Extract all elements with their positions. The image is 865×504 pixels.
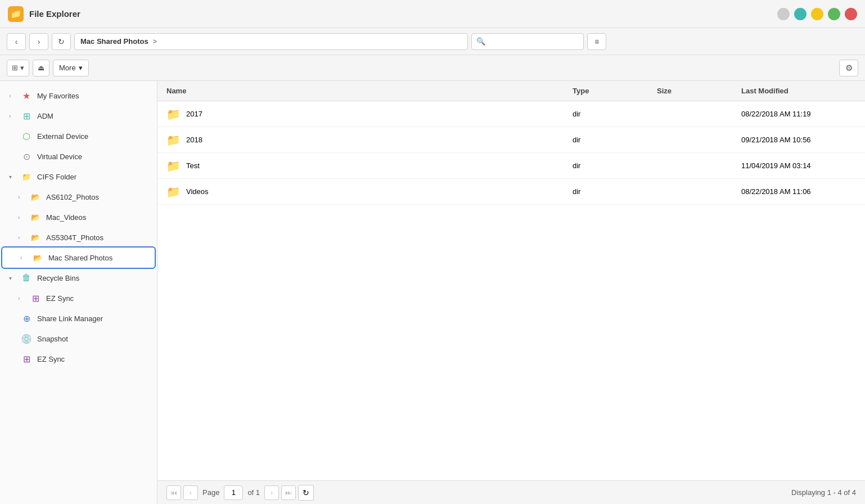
sidebar-item-cifs-folder[interactable]: ▾📁CIFS Folder [0, 166, 157, 187]
more-button[interactable]: More ▾ [53, 60, 89, 76]
page-first-button[interactable]: ⏮ [166, 485, 181, 500]
sidebar-item-recycle-bins[interactable]: ▾🗑Recycle Bins [0, 268, 157, 288]
chevron-icon: › [18, 194, 25, 200]
window-control-red[interactable] [845, 8, 857, 20]
settings-button[interactable]: ⚙ [839, 60, 858, 76]
file-type-cell: dir [573, 136, 657, 144]
sidebar-label-mac-videos: Mac_Videos [46, 213, 151, 222]
recycle-bins-icon: 🗑 [20, 272, 33, 284]
chevron-icon: ▾ [9, 275, 16, 281]
sidebar-label-adm: ADM [37, 112, 151, 120]
table-row[interactable]: 📁2017dir08/22/2018 AM 11:19 [157, 101, 865, 127]
page-number-input[interactable] [224, 485, 243, 500]
page-of-label: of 1 [247, 488, 260, 497]
chevron-icon: › [20, 255, 27, 261]
file-list: 📁2017dir08/22/2018 AM 11:19📁2018dir09/21… [157, 101, 865, 480]
cifs-folder-icon: 📁 [20, 170, 33, 183]
column-header-size[interactable]: Size [657, 87, 741, 95]
back-button[interactable]: ‹ [7, 33, 26, 50]
navigation-toolbar: ‹ › ↻ Mac Shared Photos > 🔍 ≡ [0, 28, 865, 55]
ez-sync-bottom-icon: ⊞ [20, 353, 33, 365]
pagination-footer: ⏮ ‹ Page of 1 › ⏭ ↻ Displaying 1 - 4 of … [157, 480, 865, 504]
copy-button[interactable]: ⊞ ▾ [7, 60, 29, 76]
sidebar-label-virtual-device: Virtual Device [37, 152, 151, 161]
sidebar-item-mac-shared-photos[interactable]: ›📂Mac Shared Photos [2, 248, 155, 268]
file-modified-cell: 09/21/2018 AM 10:56 [741, 136, 865, 144]
share-link-manager-icon: ⊕ [20, 312, 33, 325]
displaying-count: Displaying 1 - 4 of 4 [791, 488, 856, 497]
file-type-cell: dir [573, 110, 657, 118]
file-name: Videos [186, 187, 209, 196]
sidebar-item-my-favorites[interactable]: ›★My Favorites [0, 86, 157, 106]
sidebar-label-cifs-folder: CIFS Folder [37, 173, 151, 181]
page-text-label: Page [202, 488, 219, 497]
table-header: Name Type Size Last Modified [157, 81, 865, 101]
sidebar-item-external-device[interactable]: ⬡External Device [0, 126, 157, 146]
sidebar-item-adm[interactable]: ›⊞ADM [0, 106, 157, 126]
sidebar-item-virtual-device[interactable]: ⊙Virtual Device [0, 146, 157, 166]
folder-icon: 📁 [166, 107, 181, 121]
chevron-icon: › [18, 235, 25, 241]
sidebar-item-as6102-photos[interactable]: ›📂AS6102_Photos [0, 187, 157, 207]
view-toggle-button[interactable]: ≡ [587, 33, 606, 50]
pagination-controls: ⏮ ‹ Page of 1 › ⏭ ↻ [166, 485, 314, 501]
column-header-name[interactable]: Name [157, 87, 573, 95]
page-prev-button[interactable]: ‹ [183, 485, 198, 500]
eject-icon: ⏏ [38, 64, 44, 72]
file-name-cell: 📁Videos [157, 185, 573, 199]
column-header-type[interactable]: Type [573, 87, 657, 95]
window-control-green[interactable] [828, 8, 840, 20]
file-type-cell: dir [573, 161, 657, 170]
file-modified-cell: 08/22/2018 AM 11:19 [741, 110, 865, 118]
titlebar-left: 📁 File Explorer [8, 6, 80, 22]
app-icon: 📁 [8, 6, 24, 22]
snapshot-icon: 💿 [20, 332, 33, 345]
my-favorites-icon: ★ [20, 89, 33, 102]
sidebar-item-mac-videos[interactable]: ›📂Mac_Videos [0, 207, 157, 227]
path-bar[interactable]: Mac Shared Photos > [74, 33, 468, 50]
sidebar-item-share-link-manager[interactable]: ⊕Share Link Manager [0, 308, 157, 328]
sidebar-label-share-link-manager: Share Link Manager [37, 314, 151, 323]
eject-button[interactable]: ⏏ [33, 60, 49, 76]
sidebar: ›★My Favorites›⊞ADM⬡External Device⊙Virt… [0, 81, 157, 504]
table-row[interactable]: 📁Testdir11/04/2019 AM 03:14 [157, 153, 865, 179]
sidebar-label-my-favorites: My Favorites [37, 92, 151, 100]
refresh-button[interactable]: ↻ [52, 33, 71, 50]
column-header-modified[interactable]: Last Modified [741, 87, 865, 95]
path-arrow-icon: > [153, 38, 157, 46]
mac-videos-icon: 📂 [29, 211, 42, 223]
sidebar-label-recycle-bins: Recycle Bins [37, 274, 151, 282]
sidebar-label-ez-sync-recycle: EZ Sync [46, 294, 151, 303]
sidebar-item-snapshot[interactable]: 💿Snapshot [0, 328, 157, 349]
ez-sync-recycle-icon: ⊞ [29, 292, 42, 304]
chevron-icon: › [18, 214, 25, 220]
table-row[interactable]: 📁2018dir09/21/2018 AM 10:56 [157, 127, 865, 153]
search-input[interactable] [489, 37, 579, 46]
sidebar-item-as5304t-photos[interactable]: ›📂AS5304T_Photos [0, 227, 157, 248]
mac-shared-photos-icon: 📂 [31, 251, 44, 264]
sidebar-item-ez-sync-recycle[interactable]: ›⊞EZ Sync [0, 288, 157, 308]
window-control-teal[interactable] [794, 8, 807, 20]
more-label: More [59, 64, 76, 72]
window-control-yellow[interactable] [811, 8, 823, 20]
sidebar-item-ez-sync-bottom[interactable]: ⊞EZ Sync [0, 349, 157, 369]
window-controls [777, 8, 857, 20]
as5304t-photos-icon: 📂 [29, 231, 42, 244]
copy-arrow-icon: ▾ [20, 64, 24, 72]
table-row[interactable]: 📁Videosdir08/22/2018 AM 11:06 [157, 179, 865, 205]
page-next-button[interactable]: › [264, 485, 279, 500]
more-arrow-icon: ▾ [79, 64, 83, 72]
folder-icon: 📁 [166, 159, 181, 173]
pagination-refresh-button[interactable]: ↻ [298, 485, 314, 501]
folder-icon: 📁 [166, 133, 181, 147]
sidebar-label-as6102-photos: AS6102_Photos [46, 193, 151, 201]
virtual-device-icon: ⊙ [20, 150, 33, 163]
file-type-cell: dir [573, 187, 657, 196]
search-bar[interactable]: 🔍 [471, 33, 584, 50]
as6102-photos-icon: 📂 [29, 191, 42, 203]
window-control-gray[interactable] [777, 8, 790, 20]
forward-button[interactable]: › [29, 33, 48, 50]
file-modified-cell: 11/04/2019 AM 03:14 [741, 161, 865, 170]
chevron-icon: › [9, 93, 16, 99]
page-last-button[interactable]: ⏭ [281, 485, 296, 500]
